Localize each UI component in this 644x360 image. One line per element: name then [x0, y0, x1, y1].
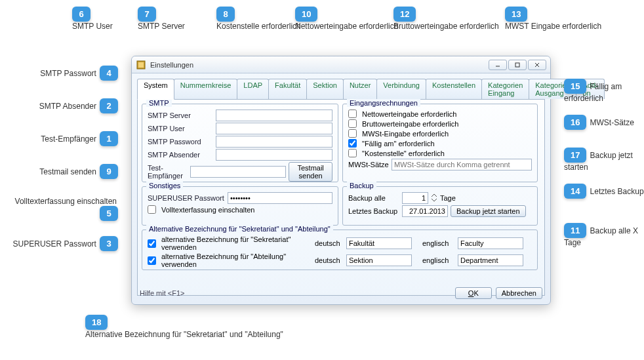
group-eingang: Eingangsrechnungen Nettowerteingabe erfo…	[342, 104, 538, 182]
brutto-label: Bruttowerteingabe erforderlich	[362, 120, 458, 128]
tab-strip: System Nummernkreise LDAP Fakultät Sekti…	[137, 79, 545, 99]
callout-11: 11 Backup alle X Tage	[564, 223, 644, 247]
callout-7: 7SMTP Server	[138, 7, 185, 31]
smtp-server-input[interactable]	[216, 110, 332, 121]
faellig-checkbox[interactable]	[348, 139, 357, 148]
letztes-backup-value	[402, 205, 448, 217]
alt-sek-de-input[interactable]	[346, 237, 412, 249]
mwst-checkbox[interactable]	[348, 129, 357, 138]
kostenstelle-checkbox[interactable]	[348, 149, 357, 157]
alt-sek-label: alternative Bezeichnung für "Sekretariat…	[161, 235, 312, 251]
backup-start-button[interactable]: Backup jetzt starten	[451, 205, 526, 217]
callout-15: 15 Fällig am erforderlich	[564, 79, 644, 103]
tab-nummernkreise[interactable]: Nummernkreise	[174, 79, 238, 99]
volltext-checkbox[interactable]	[148, 205, 156, 214]
group-eingang-legend: Eingangsrechnungen	[347, 99, 420, 107]
svg-rect-1	[138, 62, 144, 68]
test-empfaenger-input[interactable]	[190, 166, 286, 178]
svg-rect-3	[515, 63, 519, 67]
brutto-checkbox[interactable]	[348, 119, 357, 128]
alt-abt-de-input[interactable]	[346, 254, 412, 266]
smtp-password-input[interactable]	[216, 136, 332, 148]
tab-verbindung[interactable]: Verbindung	[376, 79, 426, 99]
smtp-user-label: SMTP User	[148, 125, 213, 132]
callout-10: 10Nettowerteingabe erforderlich	[295, 7, 398, 31]
deutsch-label-2: deutsch	[315, 256, 344, 264]
tab-panel-system: SMTP SMTP Server SMTP User SMTP Password…	[137, 99, 545, 296]
test-empfaenger-label: Test-Empfänger	[148, 164, 188, 180]
group-sonstiges: Sonstiges SUPERUSER Passwort Volltexterf…	[142, 186, 338, 226]
callout-2: SMTP Absender 2	[7, 98, 118, 113]
smtp-absender-label: SMTP Absender	[148, 151, 213, 159]
backup-alle-label: Backup alle	[348, 194, 399, 202]
group-altbez-legend: Alternative Bezeichnung für "Sekretariat…	[146, 225, 333, 233]
help-hint: Hilfe mit <F1>	[140, 289, 451, 297]
smtp-password-label: SMTP Password	[148, 138, 213, 146]
tab-kat-eingang[interactable]: Kategorien Eingang	[481, 79, 529, 99]
tab-system[interactable]: System	[137, 79, 174, 100]
kostenstelle-label: "Kostenstelle" erforderlich	[362, 150, 445, 157]
callout-14: 14 Letztes Backup	[564, 184, 644, 199]
maximize-button[interactable]	[508, 60, 527, 70]
superuser-label: SUPERUSER Passwort	[148, 194, 225, 202]
alt-sek-en-input[interactable]	[458, 237, 523, 249]
callout-5: Volltexterfassung einschalten 5	[7, 197, 118, 221]
mwst-label: MWSt-Eingabe erforderlich	[362, 130, 449, 138]
dialog-footer: Hilfe mit <F1> OK Abbrechen	[140, 287, 542, 299]
alt-sek-checkbox[interactable]	[148, 239, 156, 248]
cancel-button[interactable]: Abbrechen	[496, 287, 542, 299]
mwst-saetze-label: MWSt-Sätze	[348, 161, 389, 169]
callout-12: 12Bruttowerteingabe erforderlich	[393, 7, 499, 31]
group-altbez: Alternative Bezeichnung für "Sekretariat…	[142, 230, 538, 270]
titlebar: Einstellungen	[132, 56, 550, 73]
netto-label: Nettowerteingabe erforderlich	[362, 110, 456, 118]
faellig-label: "Fällig am" erforderlich	[362, 140, 435, 148]
ok-button[interactable]: OK	[455, 287, 492, 299]
testmail-button[interactable]: Testmail senden	[289, 162, 332, 182]
letztes-backup-label: Letztes Backup	[348, 207, 399, 215]
mwst-saetze-input[interactable]	[392, 159, 532, 170]
app-icon	[136, 60, 146, 70]
callout-4: SMTP Passwort 4	[7, 66, 118, 81]
group-sonstiges-legend: Sonstiges	[146, 182, 183, 190]
alt-abt-en-input[interactable]	[458, 254, 523, 266]
smtp-server-label: SMTP Server	[148, 111, 213, 119]
callout-16: 16 MWSt-Sätze	[564, 115, 634, 130]
englisch-label-1: englisch	[422, 239, 455, 247]
callout-18: 18Alternative Bezeichnung für "Sekretari…	[85, 315, 283, 339]
close-button[interactable]	[528, 60, 546, 70]
callout-3: SUPERUSER Passwort 3	[7, 236, 118, 251]
group-smtp: SMTP SMTP Server SMTP User SMTP Password…	[142, 104, 338, 182]
alt-abt-checkbox[interactable]	[148, 256, 156, 265]
tab-ldap[interactable]: LDAP	[237, 79, 269, 99]
tab-kostenstellen[interactable]: Kostenstellen	[426, 79, 482, 99]
alt-abt-label: alternative Bezeichnung für "Abteilung" …	[161, 252, 312, 268]
smtp-user-input[interactable]	[216, 123, 332, 134]
tab-nutzer[interactable]: Nutzer	[343, 79, 377, 99]
deutsch-label-1: deutsch	[315, 239, 344, 247]
callout-17: 17 Backup jetzt starten	[564, 148, 644, 172]
netto-checkbox[interactable]	[348, 110, 357, 118]
minimize-button[interactable]	[489, 60, 507, 70]
callout-6: 6SMTP User	[72, 7, 113, 31]
group-backup: Backup Backup alle Tage Letztes Backup B…	[342, 186, 538, 226]
callout-1: Test-Empfänger 1	[7, 131, 118, 146]
spinner-icon[interactable]	[431, 193, 437, 203]
group-backup-legend: Backup	[347, 182, 376, 190]
englisch-label-2: englisch	[422, 256, 455, 264]
window-title: Einstellungen	[150, 61, 489, 69]
window-controls	[489, 60, 546, 70]
tab-fakultaet[interactable]: Fakultät	[268, 79, 307, 99]
smtp-absender-input[interactable]	[216, 149, 332, 161]
callout-8: 8Kostenstelle erforderlich	[216, 7, 301, 31]
backup-tage-label: Tage	[440, 194, 456, 202]
callout-13: 13MWST Eingabe erforderlich	[505, 7, 601, 31]
settings-window: Einstellungen System Nummernkreise LDAP …	[131, 56, 551, 305]
volltext-label: Volltexterfassung einschalten	[161, 206, 254, 214]
backup-alle-input[interactable]	[402, 192, 428, 204]
callout-9: Testmail senden 9	[7, 164, 118, 179]
superuser-input[interactable]	[228, 192, 332, 204]
tab-sektion[interactable]: Sektion	[306, 79, 344, 99]
group-smtp-legend: SMTP	[146, 99, 172, 107]
